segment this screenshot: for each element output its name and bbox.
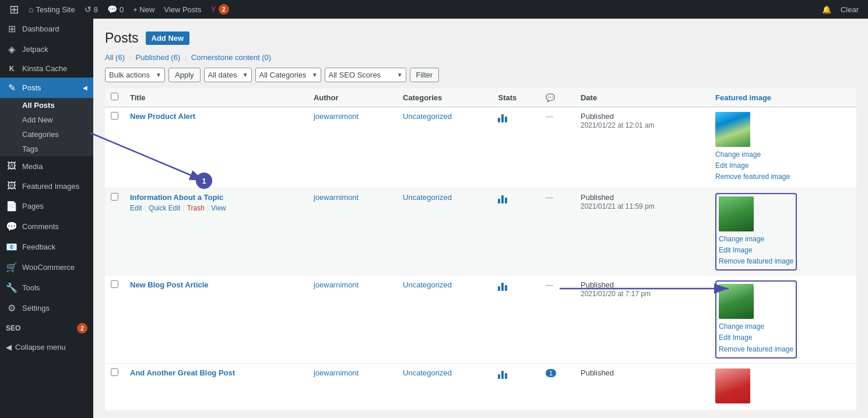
author-link[interactable]: joewarnimont xyxy=(314,112,359,121)
quick-edit-action-link[interactable]: Quick Edit xyxy=(149,204,181,212)
notifications-button[interactable]: 🔔 xyxy=(817,0,836,19)
featured-image-thumb xyxy=(715,112,750,147)
dashboard-icon: ⊞ xyxy=(6,23,17,34)
categories-cell: Uncategorized xyxy=(397,276,492,364)
sidebar-item-pages[interactable]: 📄 Pages xyxy=(0,196,93,216)
wp-logo-button[interactable]: ⊞ xyxy=(5,0,24,19)
image-actions: Change image Edit Image Remove featured … xyxy=(715,149,851,183)
title-cell: New Product Alert xyxy=(124,107,308,188)
edit-image-link[interactable]: Edit Image xyxy=(719,332,793,343)
trash-action-link[interactable]: Trash xyxy=(187,204,205,212)
view-posts-button[interactable]: View Posts xyxy=(159,0,206,19)
remove-image-link[interactable]: Remove featured image xyxy=(715,171,851,182)
category-link[interactable]: Uncategorized xyxy=(403,280,452,289)
yoast-button[interactable]: Y 2 xyxy=(206,0,233,19)
author-link[interactable]: joewarnimont xyxy=(314,193,359,202)
category-link[interactable]: Uncategorized xyxy=(403,193,452,202)
sidebar-item-label: Dashboard xyxy=(22,24,59,33)
comments-count-badge: 1 xyxy=(546,369,556,377)
sidebar-item-jetpack[interactable]: ◈ Jetpack xyxy=(0,39,93,59)
categories-select[interactable]: All Categories xyxy=(255,68,321,82)
featured-image-cell xyxy=(709,363,856,410)
sidebar-item-media[interactable]: 🖼 Media xyxy=(0,156,93,176)
sidebar-item-label: Jetpack xyxy=(22,45,48,54)
post-title-link[interactable]: New Product Alert xyxy=(130,112,195,121)
clear-button[interactable]: Clear xyxy=(836,5,863,14)
stats-cell xyxy=(492,276,540,364)
collapse-icon: ◀ xyxy=(6,343,12,352)
change-image-link[interactable]: Change image xyxy=(719,321,793,332)
post-title-link[interactable]: And Another Great Blog Post xyxy=(130,368,235,377)
edit-action-link[interactable]: Edit xyxy=(130,204,142,212)
post-title-link[interactable]: New Blog Post Article xyxy=(130,280,209,289)
date-cell: Published 2021/01/20 at 7:17 pm xyxy=(575,276,709,364)
submenu-all-posts[interactable]: All Posts xyxy=(0,98,93,113)
category-link[interactable]: Uncategorized xyxy=(403,112,452,121)
table-row: And Another Great Blog Post joewarnimont… xyxy=(105,363,856,410)
sidebar-item-featured-images[interactable]: 🖼 Featured Images xyxy=(0,176,93,196)
add-new-button[interactable]: Add New xyxy=(146,31,190,45)
filter-links: All (6) | Published (6) | Cornerstone co… xyxy=(105,53,856,62)
featured-image-thumb xyxy=(715,368,750,403)
sidebar-item-label: Featured Images xyxy=(22,182,79,191)
woocommerce-icon: 🛒 xyxy=(6,262,17,273)
edit-image-link[interactable]: Edit Image xyxy=(719,245,793,256)
submenu-categories[interactable]: Categories xyxy=(0,127,93,142)
remove-image-link[interactable]: Remove featured image xyxy=(719,344,793,355)
category-link[interactable]: Uncategorized xyxy=(403,368,452,377)
filter-published-link[interactable]: Published (6) xyxy=(136,53,182,62)
author-cell: joewarnimont xyxy=(308,107,397,188)
select-all-checkbox[interactable] xyxy=(111,93,118,100)
comments-button[interactable]: 💬 0 xyxy=(103,0,128,19)
featured-image-highlight-box: Change image Edit Image Remove featured … xyxy=(715,193,797,271)
filter-button[interactable]: Filter xyxy=(410,68,440,82)
edit-image-link[interactable]: Edit Image xyxy=(715,160,851,171)
sidebar-item-settings[interactable]: ⚙ Settings xyxy=(0,298,93,318)
submenu-add-new[interactable]: Add New xyxy=(0,113,93,127)
posts-icon: ✎ xyxy=(6,82,17,93)
categories-column-header: Categories xyxy=(397,88,492,107)
sidebar-item-woocommerce[interactable]: 🛒 WooCommerce xyxy=(0,257,93,278)
sidebar-item-posts[interactable]: ✎ Posts ◀ xyxy=(0,78,93,98)
remove-image-link[interactable]: Remove featured image xyxy=(719,256,793,267)
row-checkbox[interactable] xyxy=(111,280,118,288)
updates-button[interactable]: ↺ 8 xyxy=(80,0,103,19)
posts-submenu: All Posts Add New Categories Tags xyxy=(0,98,93,156)
table-row: New Blog Post Article joewarnimont Uncat… xyxy=(105,276,856,364)
view-action-link[interactable]: View xyxy=(211,204,226,212)
stats-cell xyxy=(492,363,540,410)
categories-cell: Uncategorized xyxy=(397,363,492,410)
row-checkbox[interactable] xyxy=(111,112,118,120)
row-checkbox[interactable] xyxy=(111,368,118,376)
sidebar-item-dashboard[interactable]: ⊞ Dashboard xyxy=(0,19,93,39)
bulk-actions-select[interactable]: Bulk actions xyxy=(105,68,165,82)
filter-cornerstone-link[interactable]: Cornerstone content (0) xyxy=(191,53,271,62)
author-link[interactable]: joewarnimont xyxy=(314,368,359,377)
post-title-link[interactable]: Information About a Topic xyxy=(130,193,223,202)
change-image-link[interactable]: Change image xyxy=(719,234,793,245)
featured-image-thumb xyxy=(719,196,754,231)
sidebar-item-comments[interactable]: 💬 Comments xyxy=(0,216,93,237)
change-image-link[interactable]: Change image xyxy=(715,149,851,160)
categories-cell: Uncategorized xyxy=(397,107,492,188)
new-content-label: + New xyxy=(133,5,154,14)
new-content-button[interactable]: + New xyxy=(128,0,159,19)
collapse-menu-button[interactable]: ◀ Collapse menu xyxy=(0,338,93,356)
filter-all-link[interactable]: All (6) xyxy=(105,53,127,62)
seo-icon: SEO xyxy=(6,324,17,332)
sidebar-item-tools[interactable]: 🔧 Tools xyxy=(0,278,93,298)
submenu-tags[interactable]: Tags xyxy=(0,142,93,156)
stats-chart-icon xyxy=(498,368,507,379)
seo-scores-select[interactable]: All SEO Scores xyxy=(325,68,406,82)
row-checkbox[interactable] xyxy=(111,193,118,201)
sidebar-item-seo[interactable]: SEO 2 xyxy=(0,318,93,338)
seo-scores-wrapper: All SEO Scores ▼ xyxy=(325,68,406,82)
comments-cell: — xyxy=(540,188,575,276)
site-name-button[interactable]: ⌂ Testing Site xyxy=(24,0,80,19)
sidebar-item-kinsta[interactable]: K Kinsta Cache xyxy=(0,59,93,78)
sidebar-item-feedback[interactable]: 📧 Feedback xyxy=(0,237,93,257)
apply-button[interactable]: Apply xyxy=(168,68,201,82)
notifications-icon: 🔔 xyxy=(822,5,831,14)
dates-select[interactable]: All dates xyxy=(204,68,252,82)
author-link[interactable]: joewarnimont xyxy=(314,280,359,289)
